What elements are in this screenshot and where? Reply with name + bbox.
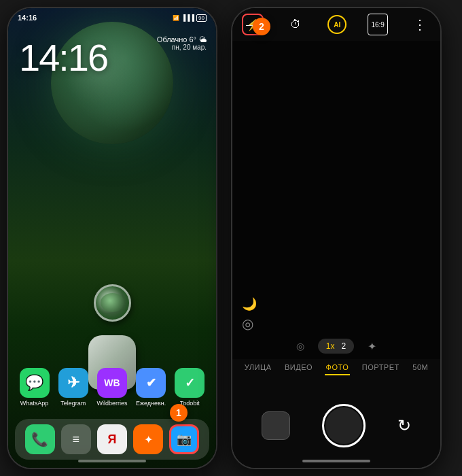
camera-modes: УЛИЦА ВИДЕО ФОТО ПОРТРЕТ 50M bbox=[232, 360, 440, 375]
wand-icon[interactable]: ✦ bbox=[368, 340, 376, 353]
camera-bottom-controls: ↻ bbox=[232, 404, 440, 447]
zoom-2x[interactable]: 2 bbox=[342, 341, 346, 351]
step-2-number: 2 bbox=[259, 21, 264, 32]
weather-condition: Облачно 6° bbox=[157, 35, 196, 44]
mode-photo[interactable]: ФОТО bbox=[325, 360, 351, 375]
app-whatsapp[interactable]: 💬 WhatsApp bbox=[17, 368, 52, 407]
zoom-level-display[interactable]: 1x 2 bbox=[318, 339, 354, 354]
telegram-icon[interactable]: ✈ bbox=[58, 368, 88, 398]
signal-bars: ▐▐▐ bbox=[181, 14, 194, 21]
shutter-button[interactable] bbox=[322, 404, 366, 447]
dock-camera[interactable]: 📷 bbox=[169, 424, 199, 454]
more-icon: ⋮ bbox=[413, 16, 426, 33]
dock: 📞 ≡ Я ✦ 📷 bbox=[15, 419, 209, 460]
mode-50m[interactable]: 50M bbox=[411, 360, 429, 375]
camera-zoom-bar: ◎ 1x 2 ✦ bbox=[232, 339, 440, 354]
timer-icon: ⏱ bbox=[290, 18, 301, 31]
daily-icon[interactable]: ✔ bbox=[136, 368, 166, 398]
weather-widget: Облачно 6° 🌥 пн, 20 мар. bbox=[157, 35, 207, 51]
mode-ulica[interactable]: УЛИЦА bbox=[243, 360, 273, 375]
app-todobit[interactable]: ✓ Todobit bbox=[172, 368, 207, 407]
night-mode-button[interactable]: 🌙 bbox=[242, 296, 257, 311]
app-row-1: 💬 WhatsApp ✈ Telegram WB Wildberries ✔ Е… bbox=[15, 368, 209, 407]
night-icon: 🌙 bbox=[242, 297, 257, 311]
status-bar: 14:16 📶 ▐▐▐ 90 bbox=[8, 8, 216, 27]
focus-icon: ◎ bbox=[242, 316, 253, 331]
left-phone-screen: 14:16 📶 ▐▐▐ 90 14:16 Облачно 6° 🌥 пн, 20… bbox=[8, 8, 216, 468]
focus-ring-button[interactable]: ◎ bbox=[242, 316, 253, 332]
app-daily[interactable]: ✔ Ежедневн. bbox=[133, 368, 168, 407]
whatsapp-icon[interactable]: 💬 bbox=[20, 368, 50, 398]
app-wildberries[interactable]: WB Wildberries bbox=[94, 368, 130, 407]
astronaut-helmet bbox=[94, 284, 131, 322]
wb-icon[interactable]: WB bbox=[97, 368, 127, 398]
weather-temp: Облачно 6° 🌥 bbox=[157, 35, 207, 44]
mode-video[interactable]: ВИДЕО bbox=[283, 360, 314, 375]
weather-icon: 🌥 bbox=[199, 35, 207, 44]
dock-phone[interactable]: 📞 bbox=[25, 424, 55, 454]
mode-portrait[interactable]: ПОРТРЕТ bbox=[361, 360, 401, 375]
timer-button[interactable]: ⏱ bbox=[285, 14, 306, 35]
flip-icon: ↻ bbox=[397, 416, 411, 435]
home-indicator-left bbox=[78, 460, 146, 462]
ratio-button[interactable]: 16:9 bbox=[368, 14, 387, 35]
step-badge-2: 2 bbox=[253, 18, 270, 35]
flip-camera-button[interactable]: ↻ bbox=[397, 416, 411, 435]
zoom-wide-icon: ◎ bbox=[296, 341, 304, 352]
more-button[interactable]: ⋮ bbox=[409, 14, 431, 35]
dock-yandex[interactable]: Я bbox=[97, 424, 127, 454]
astronaut bbox=[71, 284, 153, 373]
step-badge-1: 1 bbox=[170, 404, 188, 422]
gallery-thumbnail[interactable] bbox=[262, 411, 290, 440]
status-time: 14:16 bbox=[18, 14, 37, 22]
dock-mi[interactable]: ✦ bbox=[133, 424, 163, 454]
helmet-visor bbox=[101, 293, 124, 312]
weather-date: пн, 20 мар. bbox=[157, 44, 207, 51]
todobit-icon[interactable]: ✓ bbox=[175, 368, 205, 398]
daily-label: Ежедневн. bbox=[136, 400, 166, 407]
wb-label: Wildberries bbox=[96, 400, 127, 407]
dock-menu[interactable]: ≡ bbox=[61, 424, 91, 454]
battery-icon: 📶 bbox=[173, 15, 179, 21]
right-phone-screen: ⚡ ⏱ AI 16:9 ⋮ 2 bbox=[232, 8, 440, 468]
zoom-1x[interactable]: 1x bbox=[326, 341, 335, 351]
ai-label: AI bbox=[334, 21, 340, 29]
camera-viewfinder bbox=[232, 41, 440, 359]
status-icons: 📶 ▐▐▐ 90 bbox=[173, 14, 207, 22]
shutter-inner bbox=[325, 407, 362, 444]
ratio-label: 16:9 bbox=[371, 21, 384, 29]
ai-button[interactable]: AI bbox=[327, 15, 346, 34]
step-1-number: 1 bbox=[176, 407, 181, 418]
app-telegram[interactable]: ✈ Telegram bbox=[56, 368, 91, 407]
whatsapp-label: WhatsApp bbox=[20, 400, 49, 407]
time-display: 14:16 bbox=[19, 35, 107, 80]
home-indicator-right bbox=[302, 460, 370, 462]
left-phone: 14:16 📶 ▐▐▐ 90 14:16 Облачно 6° 🌥 пн, 20… bbox=[7, 7, 217, 469]
right-phone: ⚡ ⏱ AI 16:9 ⋮ 2 bbox=[231, 7, 442, 469]
telegram-label: Telegram bbox=[60, 400, 86, 407]
battery-level: 90 bbox=[196, 14, 207, 22]
